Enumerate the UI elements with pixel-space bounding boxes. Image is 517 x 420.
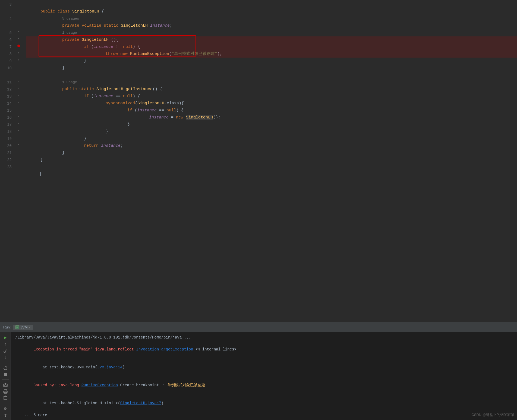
fold-icon-9[interactable]: ▾ xyxy=(18,57,20,64)
fold-icon-6[interactable]: ▾ xyxy=(18,35,20,42)
run-stop-button[interactable] xyxy=(2,372,9,377)
run-down-button[interactable]: ↓ xyxy=(2,355,9,360)
fold-icon-13[interactable]: ▾ xyxy=(18,92,20,99)
fold-icon-17[interactable]: ▾ xyxy=(18,120,20,127)
bp-7[interactable] xyxy=(15,42,23,49)
run-play-button[interactable]: ▶ xyxy=(2,334,9,340)
ln-20: 20 xyxy=(0,142,15,149)
out-jvm-link[interactable]: JVM.java:14 xyxy=(97,365,122,369)
fold-icon-14[interactable]: ▾ xyxy=(18,99,20,106)
usage-hint-1usage-2: 1 usage xyxy=(26,72,517,79)
run-pin-button[interactable] xyxy=(2,413,9,418)
out-paren-close-5: ) xyxy=(161,401,163,405)
ln-4: 4 xyxy=(0,15,15,22)
output-line-7 xyxy=(15,418,513,420)
ln-9: 9 xyxy=(0,58,15,65)
ln-21: 21 xyxy=(0,149,15,156)
bp-19[interactable] xyxy=(15,134,23,141)
run-camera-button[interactable] xyxy=(2,383,9,387)
bp-21[interactable] xyxy=(15,148,23,155)
code-content[interactable]: public class SingletonLH { 5 usages priv… xyxy=(23,0,517,322)
bp-10[interactable] xyxy=(15,64,23,71)
bp-18[interactable]: ▾ xyxy=(15,127,23,134)
run-tab-close[interactable]: × xyxy=(29,325,30,329)
toolbar-divider-1 xyxy=(2,363,9,363)
bp-23[interactable] xyxy=(15,162,23,170)
bp-4[interactable] xyxy=(15,14,23,21)
run-tab-jvm[interactable]: > JVM × xyxy=(13,325,33,330)
editor-area: 3 4 5 6 7 8 9 10 11 12 13 14 15 16 17 18… xyxy=(0,0,517,322)
ln-12: 12 xyxy=(0,86,15,93)
bp-8[interactable]: ▾ xyxy=(15,49,23,57)
print-icon xyxy=(3,389,8,394)
code-line-7: throw new RuntimeException("单例模式对象已被创建")… xyxy=(26,43,517,51)
bp-14[interactable]: ▾ xyxy=(15,99,23,106)
ln-23: 23 xyxy=(0,164,15,171)
breakpoint-gutter[interactable]: ▾ ▾ ▾ ▾ ▾ ▾ ▾ ▾ ▾ ▾ ▾ ▾ xyxy=(15,0,23,322)
fold-icon-20[interactable]: ▾ xyxy=(18,141,20,148)
bp-6[interactable]: ▾ xyxy=(15,35,23,42)
bp-11[interactable]: ▾ xyxy=(15,78,23,85)
code-line-10 xyxy=(26,65,517,72)
out-invocation-link[interactable]: InvocationTargetException xyxy=(136,347,193,352)
fold-icon-18[interactable]: ▾ xyxy=(18,127,20,134)
bp-13[interactable]: ▾ xyxy=(15,92,23,99)
svg-rect-7 xyxy=(5,383,6,384)
bp-15[interactable] xyxy=(15,106,23,113)
run-tab-name: JVM xyxy=(20,325,27,329)
rerun-icon xyxy=(3,366,8,370)
run-wrench-button[interactable] xyxy=(2,349,9,353)
trash-icon xyxy=(4,396,7,400)
run-settings-button[interactable]: ⚙ xyxy=(2,406,9,411)
bp-3[interactable] xyxy=(15,0,23,7)
svg-marker-17 xyxy=(5,416,6,417)
bp-5[interactable]: ▾ xyxy=(15,28,23,35)
run-rerun-button[interactable] xyxy=(2,366,9,371)
usage-hint-5usages: 5 usages xyxy=(26,8,517,15)
code-line-11: public static SingletonLH getInstance() … xyxy=(26,79,517,86)
breakpoint-dot-7[interactable] xyxy=(17,45,20,47)
run-trash-button[interactable] xyxy=(2,396,9,400)
code-line-21: } xyxy=(26,149,517,156)
code-line-9: } xyxy=(26,58,517,65)
run-output[interactable]: /Library/Java/JavaVirtualMachines/jdk1.8… xyxy=(11,332,517,420)
code-line-20: } xyxy=(26,142,517,149)
pin-icon xyxy=(4,413,7,417)
out-paren-close-3: ) xyxy=(122,365,125,369)
run-tab-icon: > xyxy=(15,325,19,329)
run-print-button[interactable] xyxy=(2,389,9,394)
bp-20[interactable]: ▾ xyxy=(15,141,23,148)
out-colon: ： xyxy=(161,383,167,387)
code-line-16: } xyxy=(26,114,517,121)
svg-marker-3 xyxy=(4,367,5,369)
run-label: Run: xyxy=(3,325,11,329)
run-toolbar: ▶ ↑ ↓ xyxy=(0,332,11,420)
ln-3: 3 xyxy=(0,1,15,8)
fold-icon-11[interactable]: ▾ xyxy=(18,78,20,85)
output-line-5: at test.kaohe2.SingletonLH.<init>(Single… xyxy=(15,394,513,412)
bp-12[interactable]: ▾ xyxy=(15,85,23,92)
fold-icon-5[interactable]: ▾ xyxy=(18,28,20,35)
console-icon: > xyxy=(16,326,19,329)
code-line-8: } xyxy=(26,51,517,58)
camera-icon xyxy=(3,383,8,387)
code-line-19: return instance; xyxy=(26,135,517,142)
output-line-4: Caused by: java.lang.RuntimeException Cr… xyxy=(15,376,513,394)
out-singleton-link[interactable]: SingletonLH.java:7 xyxy=(120,401,161,405)
bp-22[interactable] xyxy=(15,155,23,162)
svg-rect-4 xyxy=(4,373,7,376)
bp-9[interactable]: ▾ xyxy=(15,57,23,64)
code-line-3: public class SingletonLH { xyxy=(26,1,517,8)
bp-16[interactable]: ▾ xyxy=(15,113,23,120)
fold-icon-16[interactable]: ▾ xyxy=(18,113,20,120)
toolbar-divider-2 xyxy=(2,380,9,380)
ln-19: 19 xyxy=(0,135,15,142)
code-line-13: synchronized(SingletonLH.class){ xyxy=(26,93,517,100)
watermark: CSDN @键盘上的钢琴家⑩ xyxy=(471,412,514,417)
bp-17[interactable]: ▾ xyxy=(15,120,23,127)
run-up-button[interactable]: ↑ xyxy=(2,342,9,347)
fold-icon-8[interactable]: ▾ xyxy=(18,49,20,57)
out-runtime-exception-link[interactable]: RuntimeException xyxy=(81,383,118,387)
ln-8: 8 xyxy=(0,51,15,58)
fold-icon-12[interactable]: ▾ xyxy=(18,85,20,92)
